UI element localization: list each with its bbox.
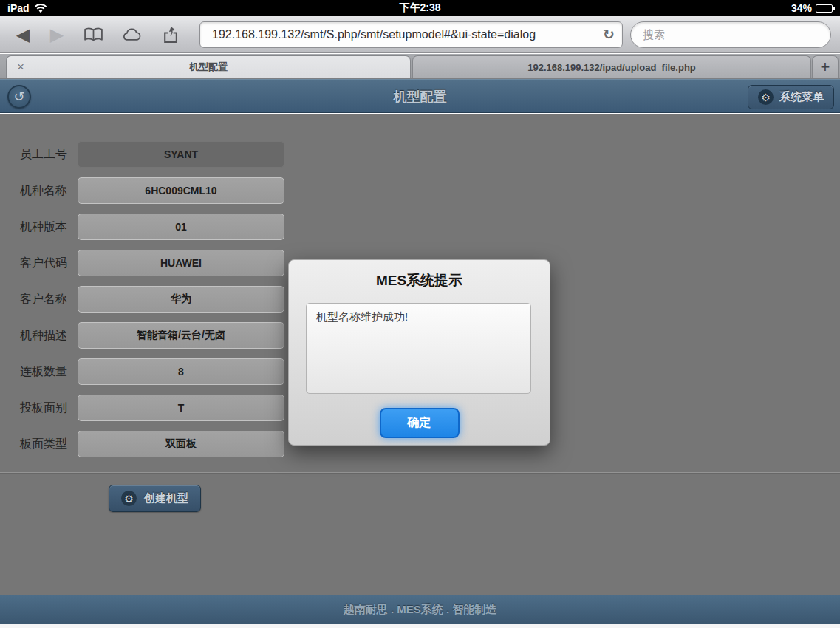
tab-label: 192.168.199.132/ipad/upload_file.php	[527, 62, 696, 73]
create-model-label: 创建机型	[144, 491, 188, 505]
ios-status-bar: iPad 下午2:38 34%	[0, 0, 840, 16]
field-label: 客户代码	[20, 256, 78, 271]
form-row-employee-id: 员工工号 SYANT	[20, 141, 840, 168]
field-label: 板面类型	[20, 437, 78, 452]
dialog-message: 机型名称维护成功!	[306, 303, 531, 394]
field-label: 员工工号	[20, 147, 78, 163]
bookmarks-button[interactable]	[74, 27, 112, 42]
model-version-field[interactable]: 01	[78, 214, 284, 240]
refresh-icon[interactable]: ↻	[603, 26, 615, 43]
form-divider	[0, 472, 840, 474]
share-button[interactable]	[151, 26, 189, 43]
system-menu-button[interactable]: ⚙ 系统菜单	[748, 85, 834, 109]
field-label: 机种描述	[20, 328, 78, 344]
app-footer: 越南耐思 . MES系统 . 智能制造	[0, 595, 840, 624]
browser-toolbar: ◀ ▶ 192.168.199.132/smt/S.php/smt/setupm…	[0, 16, 840, 53]
gear-icon: ⚙	[758, 89, 774, 105]
search-field-wrap	[630, 21, 831, 48]
model-name-field[interactable]: 6HC009CML10	[78, 177, 284, 204]
field-label: 连板数量	[20, 364, 78, 380]
dialog-title: MES系统提示	[289, 271, 550, 290]
gear-icon: ⚙	[121, 491, 137, 506]
form-row-model-name: 机种名称 6HC009CML10	[20, 177, 840, 204]
dialog-actions: 确定	[289, 408, 550, 438]
page-header: ↺ 机型配置 ⚙ 系统菜单	[0, 79, 840, 113]
panel-count-field[interactable]: 8	[78, 358, 284, 385]
model-description-field[interactable]: 智能音箱/云台/无卤	[78, 322, 284, 349]
mes-alert-dialog: MES系统提示 机型名称维护成功! 确定	[288, 259, 550, 446]
footer-text: 越南耐思 . MES系统 . 智能制造	[344, 603, 497, 617]
tab-upload-file[interactable]: 192.168.199.132/ipad/upload_file.php	[412, 55, 811, 78]
page-title: 机型配置	[0, 80, 840, 114]
tab-label: 机型配置	[189, 61, 228, 74]
tab-setupmodel[interactable]: × 机型配置	[6, 55, 411, 78]
new-tab-button[interactable]: +	[812, 55, 839, 78]
url-text: 192.168.199.132/smt/S.php/smt/setupmodel…	[208, 28, 603, 41]
tab-bar: × 机型配置 192.168.199.132/ipad/upload_file.…	[0, 54, 840, 79]
confirm-button[interactable]: 确定	[380, 408, 460, 438]
board-side-field[interactable]: T	[78, 395, 284, 421]
field-label: 投板面别	[20, 400, 78, 416]
back-button[interactable]: ◀	[6, 26, 40, 44]
customer-name-field[interactable]: 华为	[78, 286, 284, 313]
battery-icon	[816, 4, 833, 13]
field-label: 客户名称	[20, 292, 78, 307]
bottom-strip	[0, 624, 840, 628]
book-icon	[83, 27, 103, 42]
share-icon	[161, 26, 180, 43]
board-type-field[interactable]: 双面板	[78, 431, 284, 457]
field-label: 机种名称	[20, 183, 78, 199]
form-row-model-version: 机种版本 01	[20, 214, 840, 240]
search-input[interactable]	[643, 22, 819, 47]
create-model-button[interactable]: ⚙ 创建机型	[109, 485, 201, 512]
customer-code-field[interactable]: HUAWEI	[78, 250, 284, 276]
icloud-tabs-button[interactable]	[112, 28, 151, 41]
url-bar[interactable]: 192.168.199.132/smt/S.php/smt/setupmodel…	[199, 21, 623, 48]
forward-button[interactable]: ▶	[40, 26, 74, 44]
close-icon[interactable]: ×	[17, 60, 24, 75]
clock: 下午2:38	[0, 1, 840, 15]
system-menu-label: 系统菜单	[779, 90, 824, 104]
cloud-icon	[120, 28, 143, 41]
field-label: 机种版本	[20, 219, 78, 235]
plus-icon: +	[821, 58, 830, 77]
battery-percent: 34%	[791, 2, 812, 14]
employee-id-field[interactable]: SYANT	[78, 141, 284, 168]
